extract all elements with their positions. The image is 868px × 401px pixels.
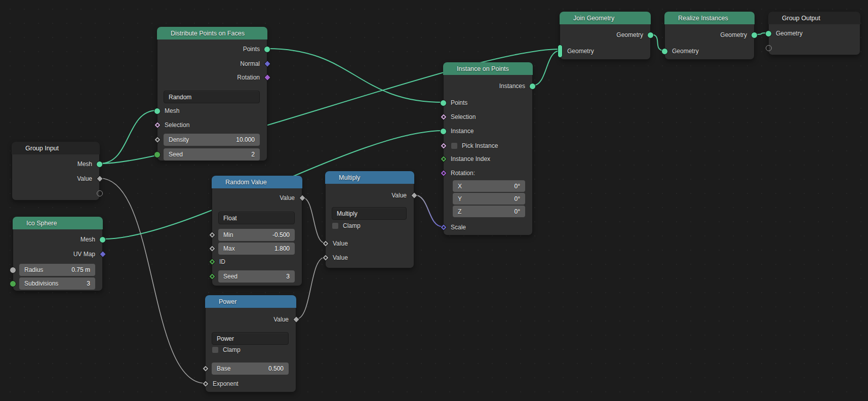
- field-density[interactable]: Density10.000: [164, 134, 260, 146]
- node-header-multiply[interactable]: Multiply: [325, 171, 414, 184]
- socket-mesh[interactable]: [154, 108, 161, 114]
- node-group-input[interactable]: Group InputMeshValue: [12, 142, 100, 200]
- node-header-join-geometry[interactable]: Join Geometry: [560, 12, 651, 24]
- socket-geometry[interactable]: [765, 30, 772, 37]
- chevron-down-icon: [217, 180, 222, 184]
- node-header-group-input[interactable]: Group Input: [12, 142, 100, 154]
- socket-geometry[interactable]: [647, 32, 654, 38]
- socket-subdivisions[interactable]: [10, 280, 16, 287]
- row-label: Geometry: [776, 30, 803, 37]
- node-header-group-output[interactable]: Group Output: [768, 12, 860, 24]
- dropdown-random[interactable]: Random: [164, 91, 260, 103]
- node-header-instance-on-points[interactable]: Instance on Points: [443, 62, 533, 75]
- output-row-value: Value: [206, 313, 296, 326]
- chevron-down-icon: [279, 337, 284, 340]
- node-title: Instance on Points: [457, 65, 509, 72]
- checkbox-row-clamp: Clamp: [206, 344, 296, 356]
- input-row-value: Value: [326, 237, 414, 250]
- node-random-value[interactable]: Random ValueValueFloatMin-0.500Max1.800I…: [212, 176, 302, 286]
- row-label: Instance: [451, 128, 474, 135]
- output-row-value: Value: [12, 173, 99, 185]
- checkbox-clamp[interactable]: [332, 222, 339, 229]
- node-header-ico-sphere[interactable]: Ico Sphere: [13, 217, 103, 229]
- socket-points[interactable]: [264, 46, 270, 53]
- row-label: Geometry: [720, 31, 747, 38]
- field-y[interactable]: Y0°: [453, 193, 525, 205]
- socket-mesh[interactable]: [99, 236, 106, 243]
- row-label: Value: [391, 192, 407, 199]
- output-row-mesh: Mesh: [12, 158, 99, 170]
- input-row-instance: Instance: [444, 125, 532, 137]
- row-label: Instances: [499, 83, 525, 90]
- chevron-down-icon: [773, 16, 778, 20]
- wire-multiply-value_to_instance-scale[interactable]: [414, 195, 443, 227]
- node-join-geometry[interactable]: Join GeometryGeometryGeometry: [560, 12, 651, 60]
- field-seed[interactable]: Seed3: [218, 270, 295, 283]
- wire-group-input-value_to_power-exponent[interactable]: [100, 178, 205, 383]
- node-power[interactable]: PowerValuePowerClampBase0.500Exponent: [205, 295, 296, 392]
- socket-radius[interactable]: [10, 267, 16, 273]
- node-title: Power: [219, 298, 236, 305]
- field-label: Seed: [223, 273, 238, 280]
- node-multiply[interactable]: MultiplyValueMultiplyClampValueValue: [325, 171, 414, 268]
- socket-mesh[interactable]: [96, 161, 103, 168]
- dropdown-value: Power: [217, 335, 234, 342]
- socket-instance[interactable]: [440, 128, 447, 135]
- dropdown-float[interactable]: Float: [218, 212, 295, 224]
- field-base[interactable]: Base0.500: [212, 363, 289, 375]
- field-seed[interactable]: Seed2: [164, 148, 260, 161]
- socket-seed[interactable]: [154, 151, 161, 158]
- field-x[interactable]: X0°: [453, 180, 525, 192]
- dropdown-power[interactable]: Power: [212, 332, 289, 345]
- node-title: Ico Sphere: [26, 220, 57, 227]
- socket-virtual[interactable]: [766, 45, 772, 51]
- row-label: Normal: [240, 60, 260, 67]
- node-header-power[interactable]: Power: [205, 295, 296, 308]
- wire-distribute-points_to_instance-points[interactable]: [267, 49, 443, 102]
- output-row-points: Points: [157, 43, 267, 55]
- socket-geometry[interactable]: [558, 45, 563, 58]
- field-radius[interactable]: Radius0.75 m: [19, 264, 95, 276]
- field-z[interactable]: Z0°: [453, 206, 525, 217]
- field-max[interactable]: Max1.800: [218, 243, 295, 255]
- node-title: Join Geometry: [573, 15, 614, 22]
- chevron-down-icon: [210, 300, 215, 303]
- checkbox-clamp[interactable]: [212, 346, 219, 353]
- field-label: Radius: [24, 266, 43, 273]
- row-label: Selection: [451, 113, 476, 121]
- socket-geometry[interactable]: [661, 48, 668, 55]
- wire-group-input-mesh_to_distribute-mesh[interactable]: [100, 110, 157, 164]
- socket-instances[interactable]: [529, 83, 536, 90]
- node-title: Random Value: [225, 179, 267, 186]
- row-label: Pick Instance: [462, 142, 498, 149]
- field-value: 3: [87, 280, 90, 287]
- node-instance-on-points[interactable]: Instance on PointsInstancesPointsSelecti…: [443, 62, 533, 235]
- output-row-normal: Normal: [157, 58, 267, 70]
- wire-random-value_to_multiply-value1[interactable]: [302, 197, 325, 243]
- node-editor-canvas[interactable]: Group InputMeshValueIco SphereMeshUV Map…: [0, 0, 868, 401]
- socket-geometry[interactable]: [751, 32, 758, 38]
- field-subdivisions[interactable]: Subdivisions3: [19, 277, 95, 290]
- node-ico-sphere[interactable]: Ico SphereMeshUV MapRadius0.75 mSubdivis…: [13, 217, 103, 291]
- dropdown-multiply[interactable]: Multiply: [332, 207, 407, 220]
- socket-points[interactable]: [440, 100, 447, 106]
- chevron-down-icon: [162, 31, 167, 35]
- node-realize-instances[interactable]: Realize InstancesGeometryGeometry: [664, 12, 755, 60]
- field-value: 0°: [515, 195, 520, 203]
- field-label: Min: [223, 231, 233, 238]
- field-min[interactable]: Min-0.500: [218, 229, 295, 241]
- wire-instance-instances_to_join-geometry[interactable]: [533, 51, 560, 86]
- row-label: Exponent: [213, 380, 239, 387]
- input-row-geometry: Geometry: [665, 45, 754, 57]
- row-label: Clamp: [223, 346, 241, 353]
- checkbox-pick-instance[interactable]: [451, 142, 458, 149]
- node-header-distribute-points-on-faces[interactable]: Distribute Points on Faces: [157, 27, 267, 39]
- node-title: Multiply: [339, 174, 360, 181]
- node-group-output[interactable]: Group OutputGeometry: [768, 12, 860, 55]
- node-distribute-points-on-faces[interactable]: Distribute Points on FacesPointsNormalRo…: [157, 27, 267, 161]
- row-label: Mesh: [165, 107, 179, 114]
- socket-virtual[interactable]: [97, 190, 103, 196]
- node-header-realize-instances[interactable]: Realize Instances: [664, 12, 755, 24]
- input-row-id: ID: [212, 256, 302, 268]
- node-header-random-value[interactable]: Random Value: [212, 176, 302, 188]
